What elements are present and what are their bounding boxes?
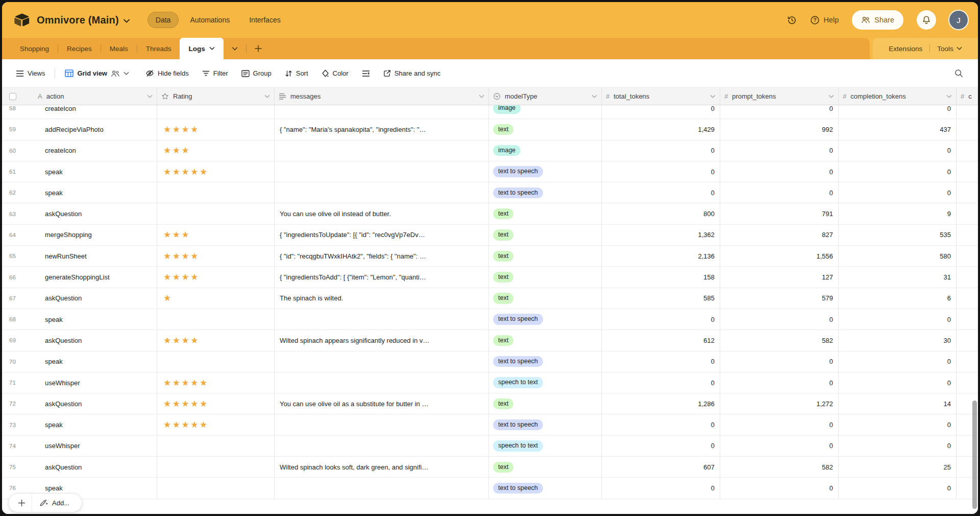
column-header-messages[interactable]: messages <box>275 88 489 105</box>
model-type-badge[interactable]: text <box>493 229 513 240</box>
cell-completion-tokens[interactable]: 0 <box>839 436 957 456</box>
rating-stars[interactable]: ★★★★★ <box>163 400 209 408</box>
column-header-action[interactable]: Aaction <box>34 88 157 105</box>
cell-total-tokens[interactable]: 800 <box>602 203 720 224</box>
column-header-completion_tokens[interactable]: #completion_tokens <box>839 88 957 105</box>
tools-button[interactable]: Tools <box>930 45 969 53</box>
tab-meals[interactable]: Meals <box>101 38 137 59</box>
nav-item-automations[interactable]: Automations <box>182 12 238 28</box>
cell-model-type[interactable]: text <box>489 330 602 350</box>
model-type-badge[interactable]: text to speech <box>493 187 543 198</box>
cell-action[interactable]: useWhisper <box>34 372 157 393</box>
cell-prompt-tokens[interactable]: 582 <box>720 457 839 477</box>
cell-completion-tokens[interactable]: 0 <box>839 182 957 203</box>
base-title[interactable]: Omnivore (Main) <box>37 14 119 26</box>
cell-prompt-tokens[interactable]: 0 <box>720 105 839 119</box>
cell-model-type[interactable]: text <box>489 393 602 414</box>
rating-stars[interactable]: ★★★★ <box>163 125 200 134</box>
hide-fields-button[interactable]: Hide fields <box>141 66 193 81</box>
cell-partial[interactable] <box>957 140 978 161</box>
cell-action[interactable]: createIcon <box>34 105 157 119</box>
cell-completion-tokens[interactable]: 0 <box>839 105 957 119</box>
cell-prompt-tokens[interactable]: 127 <box>720 267 839 287</box>
cell-prompt-tokens[interactable]: 0 <box>720 140 839 161</box>
cell-action[interactable]: speak <box>34 309 157 330</box>
model-type-badge[interactable]: text <box>493 335 513 346</box>
cell-messages[interactable]: Wilted spinach appears significantly red… <box>275 330 489 350</box>
cell-completion-tokens[interactable]: 14 <box>839 393 957 414</box>
cell-total-tokens[interactable]: 1,362 <box>602 225 720 245</box>
cell-messages[interactable] <box>275 372 489 393</box>
cell-rating[interactable] <box>157 105 275 119</box>
model-type-badge[interactable]: image <box>493 105 521 114</box>
cell-partial[interactable] <box>957 246 978 266</box>
model-type-badge[interactable]: text to speech <box>493 166 543 177</box>
cell-prompt-tokens[interactable]: 0 <box>720 478 839 498</box>
cell-model-type[interactable]: text <box>489 203 602 224</box>
cell-completion-tokens[interactable]: 0 <box>839 414 957 435</box>
cell-rating[interactable] <box>157 478 275 498</box>
cell-completion-tokens[interactable]: 0 <box>839 478 957 498</box>
cell-action[interactable]: newRunSheet <box>34 246 157 266</box>
cell-prompt-tokens[interactable]: 0 <box>720 436 839 456</box>
cell-rating[interactable]: ★★★★★ <box>157 161 275 182</box>
cell-rating[interactable] <box>157 182 275 203</box>
cell-rating[interactable]: ★★★★ <box>157 119 275 139</box>
cell-action[interactable]: askQuestion <box>34 393 157 414</box>
cell-model-type[interactable]: text <box>489 267 602 287</box>
cell-model-type[interactable]: text <box>489 225 602 245</box>
model-type-badge[interactable]: text <box>493 251 513 262</box>
tab-threads[interactable]: Threads <box>137 38 180 59</box>
cell-completion-tokens[interactable]: 437 <box>839 119 957 139</box>
model-type-badge[interactable]: text to speech <box>493 483 543 494</box>
model-type-badge[interactable]: text to speech <box>493 314 543 324</box>
row-number[interactable]: 64 <box>2 225 34 245</box>
model-type-badge[interactable]: text to speech <box>493 419 543 430</box>
cell-total-tokens[interactable]: 0 <box>602 478 720 498</box>
cell-prompt-tokens[interactable]: 0 <box>720 182 839 203</box>
cell-prompt-tokens[interactable]: 1,556 <box>720 246 839 266</box>
cell-total-tokens[interactable]: 0 <box>602 436 720 456</box>
cell-total-tokens[interactable]: 0 <box>602 182 720 203</box>
cell-messages[interactable]: The spinach is wilted. <box>275 288 489 309</box>
cell-model-type[interactable]: image <box>489 105 602 119</box>
base-title-chevron-down-icon[interactable] <box>123 18 130 24</box>
cell-messages[interactable]: { "ingredientsToAdd": [ {"item": "Lemon"… <box>275 267 489 287</box>
cell-rating[interactable] <box>157 436 275 456</box>
rating-stars[interactable]: ★★★★★ <box>163 379 209 387</box>
row-number[interactable]: 72 <box>2 393 34 414</box>
row-number[interactable]: 68 <box>2 309 34 330</box>
cell-messages[interactable]: You can use olive oil instead of butter. <box>275 203 489 224</box>
cell-completion-tokens[interactable]: 0 <box>839 140 957 161</box>
model-type-badge[interactable]: image <box>493 145 521 156</box>
model-type-badge[interactable]: text <box>493 462 513 473</box>
model-type-badge[interactable]: text <box>493 208 513 219</box>
cell-rating[interactable]: ★★★★ <box>157 246 275 266</box>
cell-total-tokens[interactable]: 0 <box>602 309 720 330</box>
rating-stars[interactable]: ★★★ <box>163 146 190 155</box>
column-header-modelType[interactable]: modelType <box>489 88 602 105</box>
share-button[interactable]: Share <box>852 10 903 30</box>
cell-messages[interactable]: { "ingredientsToUpdate": [{ "id": "rec0v… <box>275 225 489 245</box>
column-header-partial[interactable]: #c <box>957 88 978 105</box>
cell-model-type[interactable]: text <box>489 246 602 266</box>
row-number[interactable]: 73 <box>2 414 34 435</box>
cell-action[interactable]: mergeShopping <box>34 225 157 245</box>
cell-completion-tokens[interactable]: 9 <box>839 203 957 224</box>
cell-prompt-tokens[interactable]: 1,272 <box>720 393 839 414</box>
cell-messages[interactable] <box>275 140 489 161</box>
cell-partial[interactable] <box>957 288 978 309</box>
cell-action[interactable]: useWhisper <box>34 436 157 456</box>
cell-messages[interactable] <box>275 105 489 119</box>
vertical-scrollbar[interactable] <box>972 401 977 509</box>
cell-action[interactable]: askQuestion <box>34 330 157 350</box>
cell-rating[interactable]: ★★★ <box>157 140 275 161</box>
rating-stars[interactable]: ★★★★ <box>163 273 200 282</box>
row-number[interactable]: 74 <box>2 436 34 456</box>
cell-total-tokens[interactable]: 0 <box>602 351 720 372</box>
cell-messages[interactable] <box>275 161 489 182</box>
cell-prompt-tokens[interactable]: 0 <box>720 161 839 182</box>
nav-item-interfaces[interactable]: Interfaces <box>241 12 288 28</box>
add-with-ai-button[interactable]: Add... <box>32 499 79 507</box>
cell-total-tokens[interactable]: 1,429 <box>602 119 720 139</box>
